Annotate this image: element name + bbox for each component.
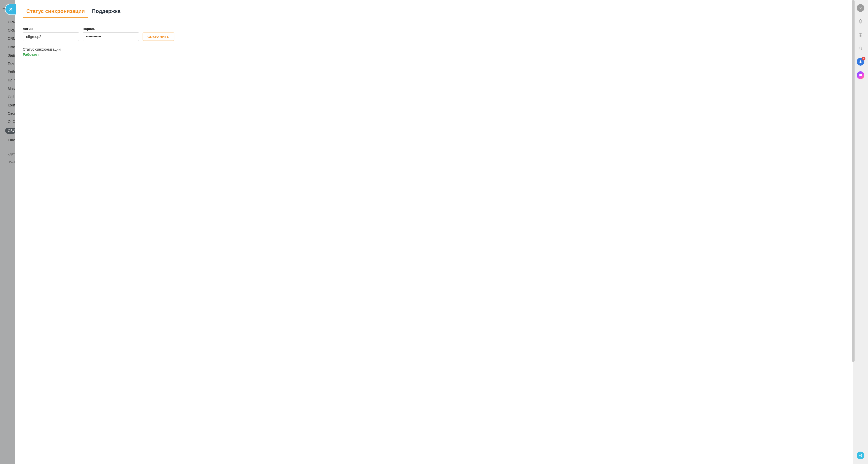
chat-icon (859, 73, 863, 77)
notifications-button[interactable] (857, 18, 864, 25)
save-button[interactable]: СОХРАНИТЬ (143, 33, 175, 41)
lock-button[interactable]: 4 (857, 58, 864, 66)
billing-button[interactable] (857, 31, 864, 39)
close-button[interactable] (5, 4, 17, 15)
right-rail: ? 4 (853, 0, 868, 464)
login-input[interactable] (23, 32, 79, 41)
search-button[interactable] (857, 44, 864, 52)
sync-status-block: Статус синхронизации Работает (23, 47, 844, 57)
password-field-group: Пароль (83, 27, 139, 41)
password-input[interactable] (83, 32, 139, 41)
password-label: Пароль (83, 27, 139, 31)
lock-badge: 4 (862, 57, 865, 60)
sidebar-item-active[interactable]: СБИ (5, 128, 16, 134)
lock-icon (859, 60, 862, 64)
login-label: Логин (23, 27, 79, 31)
sync-status-title: Статус синхронизации (23, 47, 844, 52)
sync-status-value: Работает (23, 52, 844, 57)
enter-icon (859, 454, 863, 458)
floating-action-button[interactable] (857, 452, 864, 459)
tab-support[interactable]: Поддержка (88, 6, 124, 18)
settings-panel: Статус синхронизации Поддержка Логин Пар… (15, 0, 852, 464)
svg-point-1 (859, 47, 861, 49)
login-field-group: Логин (23, 27, 79, 41)
coin-icon (858, 33, 863, 37)
left-sidebar-dim: CRM CRM CRM Скво Зада Поч Робо Цент Мага… (0, 0, 16, 464)
bell-icon (858, 19, 863, 24)
credentials-form: Логин Пароль СОХРАНИТЬ (23, 27, 844, 41)
close-icon (9, 7, 13, 11)
search-icon (858, 46, 863, 51)
scrollbar[interactable] (852, 0, 855, 362)
tabs: Статус синхронизации Поддержка (23, 6, 201, 18)
tab-sync-status[interactable]: Статус синхронизации (23, 6, 88, 18)
help-button[interactable]: ? (857, 4, 864, 12)
chat-button[interactable] (857, 71, 864, 79)
help-icon: ? (860, 6, 862, 10)
